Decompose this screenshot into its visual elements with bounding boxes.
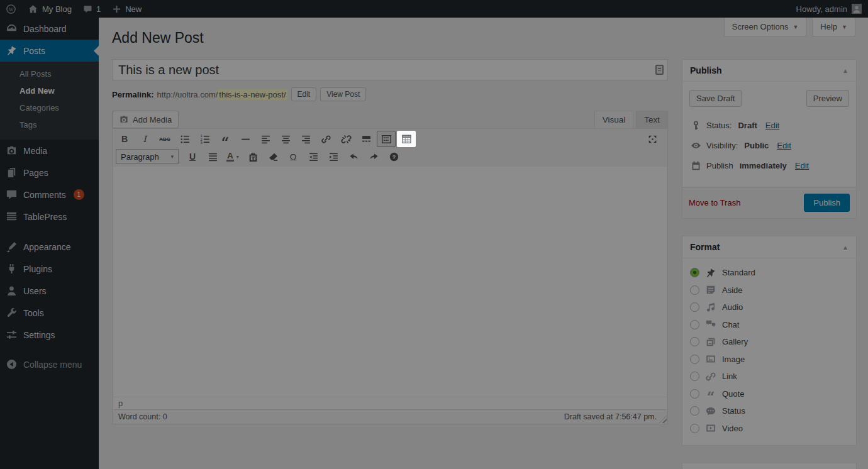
toolbar-button-distraction-free[interactable]: [643, 131, 662, 147]
format-radio[interactable]: [690, 389, 699, 399]
format-option-link[interactable]: Link: [690, 368, 849, 385]
format-option-image[interactable]: Image: [690, 351, 849, 368]
format-option-video[interactable]: Video: [690, 420, 849, 438]
collapse-toggle-icon[interactable]: ▲: [842, 244, 849, 251]
format-option-label: Chat: [722, 320, 739, 329]
post-title-input[interactable]: [112, 59, 668, 80]
sidebar-item-appearance[interactable]: Appearance: [0, 236, 99, 258]
view-post-button[interactable]: View Post: [320, 87, 366, 101]
sidebar-item-tools[interactable]: Tools: [0, 302, 99, 324]
help-button[interactable]: Help ▼: [812, 18, 855, 36]
toolbar-button-align-right[interactable]: [296, 131, 315, 147]
toolbar-button-horizontal-rule[interactable]: [236, 131, 255, 147]
toolbar-button-italic[interactable]: I: [135, 131, 154, 147]
toolbar-button-insert-more-tag[interactable]: [357, 131, 376, 147]
toolbar-button-clear-formatting[interactable]: [264, 148, 282, 165]
toolbar-button-undo[interactable]: [344, 148, 363, 165]
publish-button[interactable]: Publish: [804, 194, 850, 212]
format-radio[interactable]: [690, 285, 699, 295]
format-radio[interactable]: [690, 424, 699, 433]
howdy-menu[interactable]: Howdy, admin: [796, 4, 868, 14]
toolbar-button-decrease-indent[interactable]: [304, 148, 323, 165]
submenu-item-add-new[interactable]: Add New: [0, 82, 99, 99]
format-option-audio[interactable]: Audio: [690, 299, 849, 316]
toolbar-button-toolbar-toggle[interactable]: [377, 131, 396, 147]
toolbar-button-bold[interactable]: B: [115, 131, 134, 147]
toolbar-button-align-center[interactable]: [276, 131, 295, 147]
toolbar-button-justify[interactable]: [203, 148, 222, 165]
wp-logo-menu[interactable]: W: [0, 0, 22, 18]
submenu-item-categories[interactable]: Categories: [0, 99, 99, 116]
toolbar-button-blockquote[interactable]: “: [216, 131, 235, 147]
format-option-chat[interactable]: Chat: [690, 316, 849, 334]
format-radio[interactable]: [690, 355, 699, 364]
comments-menu[interactable]: 1: [77, 0, 106, 18]
format-radio[interactable]: [690, 406, 699, 416]
format-option-aside[interactable]: Aside: [690, 282, 849, 299]
publish-box-title: Publish: [690, 65, 722, 75]
collapse-toggle-icon[interactable]: ▲: [842, 67, 849, 74]
format-option-status[interactable]: Status: [690, 402, 849, 420]
tab-visual[interactable]: Visual: [594, 111, 634, 128]
blockquote-icon: “: [221, 136, 230, 141]
site-menu[interactable]: My Blog: [22, 0, 77, 18]
format-option-label: Standard: [722, 268, 755, 277]
sidebar-item-pages[interactable]: Pages: [0, 162, 99, 184]
sidebar-item-settings[interactable]: Settings: [0, 324, 99, 346]
sidebar-item-users[interactable]: Users: [0, 280, 99, 302]
svg-text:3: 3: [200, 140, 202, 144]
format-option-quote[interactable]: “Quote: [690, 385, 849, 403]
edit-link[interactable]: Edit: [777, 141, 791, 150]
chevron-down-icon: ▼: [842, 24, 847, 30]
toolbar-button-text-color[interactable]: A▾: [223, 148, 242, 165]
toolbar-button-paste-as-text[interactable]: [243, 148, 262, 165]
format-radio[interactable]: [690, 302, 699, 312]
editor-element-path[interactable]: p: [118, 399, 123, 408]
toolbar-button-numbered-list[interactable]: 123: [196, 131, 214, 147]
toolbar-button-underline[interactable]: U: [183, 148, 202, 165]
toolbar-button-help[interactable]: ?: [384, 148, 403, 165]
collapse-menu-button[interactable]: Collapse menu: [0, 353, 99, 375]
toolbar-button-remove-link[interactable]: [337, 131, 355, 147]
tab-text[interactable]: Text: [636, 111, 668, 128]
toolbar-button-align-left[interactable]: [256, 131, 275, 147]
paragraph-select[interactable]: Paragraph ▾: [116, 149, 179, 164]
toolbar-button-redo[interactable]: [364, 148, 383, 165]
sidebar-item-comments[interactable]: Comments1: [0, 184, 99, 206]
dashboard-icon: [6, 23, 18, 35]
add-media-button[interactable]: Add Media: [112, 111, 179, 128]
sidebar-item-tablepress[interactable]: TablePress: [0, 206, 99, 228]
preview-button[interactable]: Preview: [806, 90, 849, 107]
toolbar-button-strikethrough[interactable]: ABC: [155, 131, 174, 147]
new-menu[interactable]: New: [106, 0, 147, 18]
format-radio[interactable]: [690, 337, 699, 346]
format-radio[interactable]: [690, 372, 699, 381]
move-to-trash-link[interactable]: Move to Trash: [689, 198, 740, 207]
format-option-gallery[interactable]: Gallery: [690, 333, 849, 351]
editor-canvas[interactable]: [113, 167, 667, 397]
toolbar-button-bulleted-list[interactable]: [175, 131, 194, 147]
format-option-standard[interactable]: Standard: [690, 264, 849, 282]
toolbar-button-special-character[interactable]: Ω: [284, 148, 303, 165]
title-field-extension-icon[interactable]: [655, 65, 664, 75]
format-radio[interactable]: [690, 268, 699, 277]
sidebar-item-plugins[interactable]: Plugins: [0, 258, 99, 280]
sidebar-item-dashboard[interactable]: Dashboard: [0, 18, 99, 40]
categories-box-header[interactable]: Categories ▲: [682, 463, 856, 469]
screen-options-button[interactable]: Screen Options ▼: [724, 18, 807, 36]
submenu-item-tags[interactable]: Tags: [0, 116, 99, 133]
submenu-item-all-posts[interactable]: All Posts: [0, 65, 99, 82]
edit-slug-button[interactable]: Edit: [291, 87, 317, 101]
edit-link[interactable]: Edit: [765, 121, 779, 130]
align-justify-icon: [208, 152, 218, 162]
toolbar-button-tablepress-insert[interactable]: [397, 131, 416, 147]
edit-link[interactable]: Edit: [795, 161, 809, 170]
sidebar-item-media[interactable]: Media: [0, 140, 99, 162]
sidebar-item-posts[interactable]: Posts: [0, 40, 99, 62]
toolbar-button-increase-indent[interactable]: [324, 148, 343, 165]
save-draft-button[interactable]: Save Draft: [689, 90, 742, 107]
format-box-header[interactable]: Format ▲: [682, 236, 856, 258]
format-radio[interactable]: [690, 320, 699, 329]
toolbar-button-insert-link[interactable]: [316, 131, 335, 147]
publish-box-header[interactable]: Publish ▲: [682, 60, 856, 82]
